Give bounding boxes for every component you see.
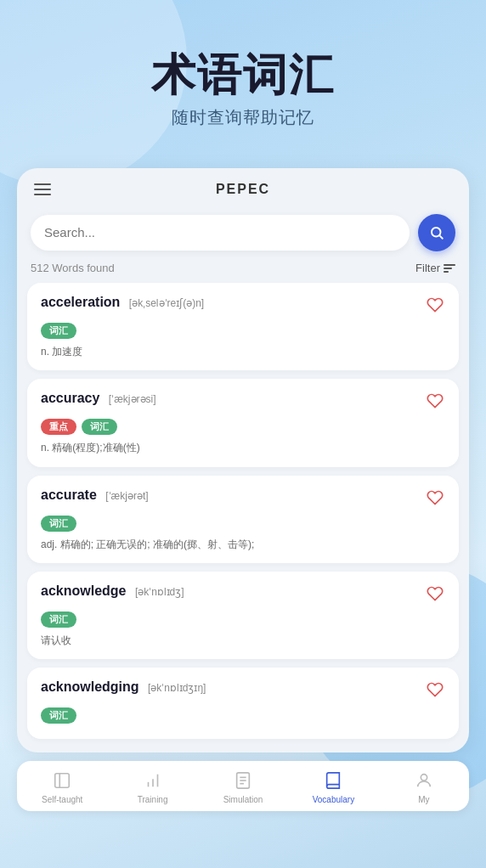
word-list: acceleration [əkˌseləˈreɪʃ(ə)n] 词汇 n. 加速…	[17, 283, 469, 739]
book-icon	[51, 769, 73, 792]
tags: 词汇	[41, 612, 445, 628]
nav-item-vocabulary[interactable]: Vocabulary	[288, 769, 378, 804]
favorite-button[interactable]	[425, 679, 445, 702]
search-input-wrap	[31, 215, 410, 251]
word-title-wrap: acknowledge [əkˈnɒlɪdʒ]	[41, 583, 425, 599]
filter-label: Filter	[415, 262, 440, 274]
word-header: acknowledging [əkˈnɒlɪdʒɪŋ]	[41, 679, 445, 702]
filter-icon	[444, 264, 455, 273]
word-title: acknowledge	[41, 583, 126, 598]
app-card: PEPEC 512 Words found Filter acceleratio…	[17, 168, 469, 752]
menu-icon[interactable]	[34, 183, 51, 195]
word-definition: n. 精确(程度);准确(性)	[41, 440, 445, 456]
words-count: 512 Words found	[31, 262, 115, 274]
word-phonetic: [əkˈnɒlɪdʒ]	[135, 586, 184, 598]
word-title: acceleration	[41, 295, 120, 309]
chart-icon	[142, 769, 164, 792]
word-title-wrap: acknowledging [əkˈnɒlɪdʒɪŋ]	[41, 679, 425, 695]
nav-label: My	[418, 795, 429, 804]
word-header: accuracy [ˈækjərəsi]	[41, 391, 445, 414]
vocabulary-icon	[322, 769, 344, 792]
search-row	[31, 214, 455, 251]
nav-label: Vocabulary	[313, 795, 354, 804]
word-header: acceleration [əkˌseləˈreɪʃ(ə)n]	[41, 295, 445, 318]
svg-line-1	[439, 236, 442, 239]
word-phonetic: [ˈækjərəsi]	[109, 393, 156, 405]
subtitle: 随时查询帮助记忆	[25, 106, 461, 129]
nav-label: Training	[138, 795, 168, 804]
tag-key: 重点	[41, 419, 76, 435]
filter-row: 512 Words found Filter	[17, 262, 469, 283]
word-card: acceleration [əkˌseləˈreɪʃ(ə)n] 词汇 n. 加速…	[27, 283, 459, 370]
hero-header: 术语词汇 随时查询帮助记忆	[0, 0, 486, 155]
tags: 重点词汇	[41, 419, 445, 435]
filter-button[interactable]: Filter	[415, 262, 455, 274]
favorite-button[interactable]	[425, 583, 445, 606]
word-title: accuracy	[41, 391, 99, 405]
doc-icon	[232, 769, 254, 792]
nav-item-training[interactable]: Training	[107, 769, 197, 804]
word-phonetic: [ˈækjərət]	[105, 490, 148, 502]
word-card: accurate [ˈækjərət] 词汇 adj. 精确的; 正确无误的; …	[27, 476, 459, 563]
word-title-wrap: accurate [ˈækjərət]	[41, 488, 425, 503]
app-title: PEPEC	[216, 182, 270, 197]
nav-label: Self-taught	[42, 795, 82, 804]
word-card: acknowledging [əkˈnɒlɪdʒɪŋ] 词汇	[27, 668, 459, 739]
word-card: acknowledge [əkˈnɒlɪdʒ] 词汇 请认收	[27, 572, 459, 659]
nav-item-self-taught[interactable]: Self-taught	[17, 769, 107, 804]
svg-point-11	[421, 775, 427, 781]
word-header: accurate [ˈækjərət]	[41, 488, 445, 510]
tags: 词汇	[41, 516, 445, 532]
tag-vocab: 词汇	[41, 612, 76, 628]
tag-vocab: 词汇	[41, 323, 76, 339]
word-definition: adj. 精确的; 正确无误的; 准确的(掷、射、击等);	[41, 537, 445, 553]
svg-rect-2	[55, 774, 70, 788]
word-definition: n. 加速度	[41, 344, 445, 360]
card-header: PEPEC	[17, 168, 469, 211]
nav-item-simulation[interactable]: Simulation	[198, 769, 288, 804]
word-definition: 请认收	[41, 633, 445, 649]
tag-vocab: 词汇	[41, 516, 76, 532]
bottom-nav: Self-taught Training Simulation Vocabula…	[17, 761, 469, 811]
word-header: acknowledge [əkˈnɒlɪdʒ]	[41, 583, 445, 606]
nav-item-my[interactable]: My	[379, 769, 469, 804]
word-card: accuracy [ˈækjərəsi] 重点词汇 n. 精确(程度);准确(性…	[27, 379, 459, 466]
word-phonetic: [əkˌseləˈreɪʃ(ə)n]	[129, 297, 204, 309]
word-title-wrap: acceleration [əkˌseləˈreɪʃ(ə)n]	[41, 295, 425, 310]
search-button[interactable]	[418, 214, 455, 251]
tags: 词汇	[41, 323, 445, 339]
word-title: accurate	[41, 488, 97, 502]
tags: 词汇	[41, 707, 445, 724]
search-input[interactable]	[44, 225, 396, 240]
main-title: 术语词汇	[25, 51, 461, 99]
favorite-button[interactable]	[425, 295, 445, 318]
word-phonetic: [əkˈnɒlɪdʒɪŋ]	[148, 682, 206, 694]
tag-vocab: 词汇	[82, 419, 117, 435]
nav-label: Simulation	[223, 795, 263, 804]
user-icon	[413, 769, 435, 792]
favorite-button[interactable]	[425, 488, 445, 510]
word-title: acknowledging	[41, 679, 139, 694]
tag-vocab: 词汇	[41, 707, 76, 724]
word-title-wrap: accuracy [ˈækjərəsi]	[41, 391, 425, 406]
favorite-button[interactable]	[425, 391, 445, 414]
